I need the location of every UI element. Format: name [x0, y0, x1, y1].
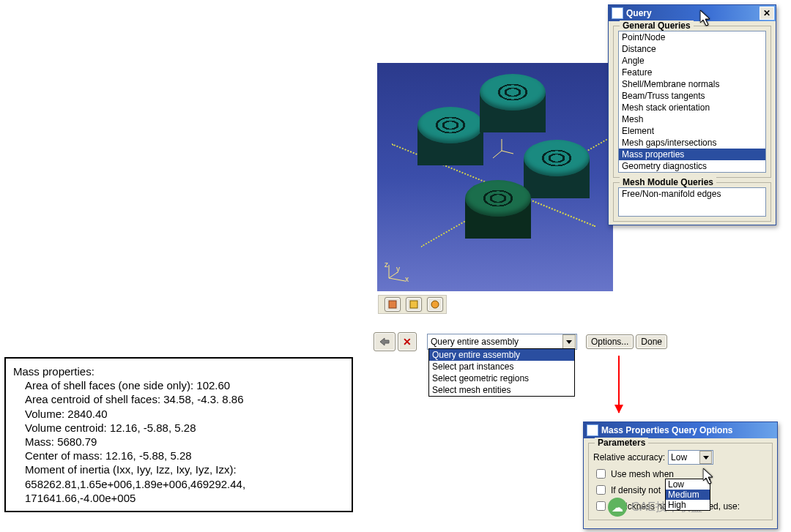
- mass-line-mass: Mass: 5680.79: [13, 435, 344, 449]
- scope-option-part-instances[interactable]: Select part instances: [429, 361, 574, 372]
- close-icon: ✕: [763, 8, 770, 18]
- viewport-toolbar: [378, 295, 447, 314]
- part-instance-2: [480, 74, 546, 132]
- view-triad-icon: x y z: [383, 262, 409, 285]
- combo-value: Query entire assembly: [431, 337, 519, 347]
- svg-marker-11: [703, 468, 713, 484]
- accuracy-option-high[interactable]: High: [666, 500, 710, 510]
- mass-properties-output: Mass properties: Area of shell faces (on…: [4, 357, 353, 512]
- query-item-element[interactable]: Element: [619, 125, 765, 137]
- mass-line-moi-label: Moment of inertia (Ixx, Iyy, Izz, Ixy, I…: [13, 462, 344, 476]
- use-mesh-checkbox[interactable]: [596, 469, 606, 479]
- query-dialog-title: Query: [626, 8, 652, 18]
- query-item-point-node[interactable]: Point/Node: [619, 31, 765, 43]
- query-scope-combo[interactable]: Query entire assembly: [427, 334, 577, 350]
- general-queries-legend: General Queries: [620, 20, 694, 31]
- window-icon: [612, 7, 623, 19]
- cursor-icon: [700, 10, 713, 28]
- svg-rect-6: [389, 301, 396, 308]
- triad-origin-icon: [487, 136, 516, 165]
- if-thickness-checkbox[interactable]: [596, 501, 606, 511]
- annotation-arrow-icon: [618, 356, 620, 413]
- scope-option-mesh-entities[interactable]: Select mesh entities: [429, 384, 574, 396]
- viewport-3d[interactable]: x y z: [377, 63, 613, 291]
- general-queries-list[interactable]: Point/Node Distance Angle Feature Shell/…: [618, 31, 766, 173]
- options-button[interactable]: Options...: [586, 334, 634, 349]
- svg-rect-7: [410, 301, 417, 308]
- tool-icon-2[interactable]: [406, 297, 422, 312]
- wechat-icon: ☁: [608, 498, 627, 517]
- query-scope-dropdown[interactable]: Query entire assembly Select part instan…: [428, 348, 575, 397]
- part-instance-3: [524, 140, 590, 198]
- scope-option-entire-assembly[interactable]: Query entire assembly: [429, 349, 574, 361]
- query-item-geometry-diagnostics[interactable]: Geometry diagnostics: [619, 160, 765, 172]
- query-item-free-edges[interactable]: Free/Non-manifold edges: [619, 188, 765, 200]
- query-item-mesh-stack[interactable]: Mesh stack orientation: [619, 102, 765, 113]
- svg-line-5: [389, 272, 398, 278]
- tool-icon-1[interactable]: [385, 297, 401, 312]
- query-item-mass-properties[interactable]: Mass properties: [619, 149, 765, 160]
- query-dialog-titlebar[interactable]: Query ✕: [609, 5, 776, 21]
- mpq-title: Mass Properties Query Options: [601, 425, 732, 435]
- use-mesh-label: Use mesh when: [611, 469, 674, 479]
- svg-marker-9: [380, 338, 389, 345]
- accuracy-option-medium[interactable]: Medium: [666, 490, 710, 500]
- close-x-icon: ✕: [403, 336, 412, 348]
- relative-accuracy-combo[interactable]: Low: [668, 450, 713, 465]
- mass-line-moi-vals2: 171641.66,-4.00e+005: [13, 491, 344, 505]
- mesh-module-list[interactable]: Free/Non-manifold edges: [618, 187, 766, 217]
- svg-line-0: [502, 151, 513, 154]
- svg-line-3: [389, 278, 405, 281]
- chevron-down-icon[interactable]: [562, 334, 576, 349]
- mass-props-title: Mass properties:: [13, 364, 344, 378]
- mesh-module-legend: Mesh Module Queries: [620, 177, 716, 187]
- query-dialog: Query ✕ General Queries Point/Node Dista…: [608, 4, 776, 225]
- chevron-down-icon[interactable]: [699, 451, 712, 464]
- back-button[interactable]: [374, 332, 396, 351]
- window-icon: [587, 424, 598, 436]
- svg-point-8: [431, 301, 439, 308]
- mass-line-center-of-mass: Center of mass: 12.16, -5.88, 5.28: [13, 449, 344, 462]
- part-instance-4: [465, 180, 531, 239]
- mass-line-volume-centroid: Volume centroid: 12.16, -5.88, 5.28: [13, 421, 344, 435]
- query-item-mesh-gaps[interactable]: Mesh gaps/intersections: [619, 137, 765, 149]
- general-queries-group: General Queries Point/Node Distance Angl…: [613, 26, 771, 178]
- close-button[interactable]: ✕: [760, 7, 774, 20]
- mass-line-area-centroid: Area centroid of shell faces: 34.58, -4.…: [13, 392, 344, 406]
- query-item-mesh[interactable]: Mesh: [619, 113, 765, 125]
- scope-option-geometric-regions[interactable]: Select geometric regions: [429, 372, 574, 384]
- if-density-checkbox[interactable]: [596, 485, 606, 495]
- cancel-button[interactable]: ✕: [398, 332, 417, 351]
- done-button[interactable]: Done: [636, 334, 667, 349]
- tool-icon-3[interactable]: [427, 297, 443, 312]
- relative-accuracy-value: Low: [671, 452, 687, 462]
- svg-line-1: [493, 151, 502, 158]
- arrow-left-icon: [379, 337, 390, 346]
- if-density-label: If density not: [611, 485, 661, 495]
- query-item-feature[interactable]: Feature: [619, 67, 765, 78]
- mass-line-volume: Volume: 2840.40: [13, 407, 344, 421]
- mass-line-area: Area of shell faces (one side only): 102…: [13, 378, 344, 392]
- query-item-beam-tangents[interactable]: Beam/Truss tangents: [619, 90, 765, 102]
- mpq-titlebar[interactable]: Mass Properties Query Options: [584, 422, 777, 438]
- query-item-shell-normals[interactable]: Shell/Membrane normals: [619, 78, 765, 90]
- part-instance-1: [417, 107, 483, 165]
- relative-accuracy-label: Relative accuracy:: [593, 452, 665, 462]
- mass-line-moi-vals1: 658262.81,1.65e+006,1.89e+006,469292.44,: [13, 477, 344, 491]
- query-item-angle[interactable]: Angle: [619, 55, 765, 67]
- parameters-legend: Parameters: [595, 438, 648, 448]
- svg-marker-10: [700, 10, 710, 26]
- cursor-icon: [703, 468, 716, 486]
- mesh-module-queries-group: Mesh Module Queries Free/Non-manifold ed…: [613, 182, 771, 222]
- query-item-distance[interactable]: Distance: [619, 43, 765, 55]
